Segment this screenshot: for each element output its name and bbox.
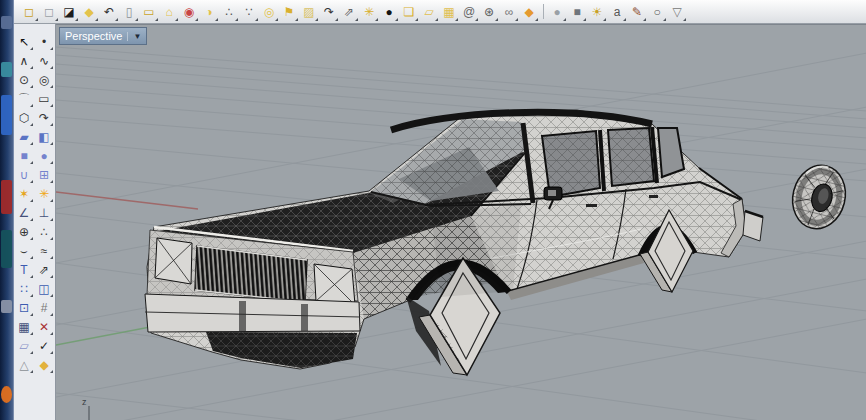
sidebar-tool-icon: ⊥ <box>39 207 49 219</box>
named-view-icon[interactable]: ▭ <box>139 2 159 22</box>
viewport-dropdown-caret[interactable]: ▼ <box>127 32 141 41</box>
move-icon[interactable]: T <box>14 260 34 279</box>
trim-icon[interactable]: ∠ <box>14 203 34 222</box>
scale-icon[interactable]: ✕ <box>34 317 54 336</box>
sphere-gray-icon[interactable]: ● <box>547 2 567 22</box>
sidebar-tool-icon: # <box>41 302 48 314</box>
viewport-canvas[interactable]: z <box>56 25 866 420</box>
car-mesh-model[interactable] <box>145 110 763 375</box>
spare-tire-torus[interactable] <box>786 160 852 235</box>
freeform-curve-icon[interactable]: ↷ <box>34 108 54 127</box>
ellipse-icon[interactable]: ◎ <box>34 70 54 89</box>
spray-can-icon[interactable]: ▯ <box>119 2 139 22</box>
toolbar-button-icon: ✎ <box>632 6 642 18</box>
arc-icon[interactable]: ⌒ <box>14 89 34 108</box>
bg-window-icon-slate[interactable] <box>1 16 12 29</box>
check-selection-icon[interactable]: ✓ <box>34 336 54 355</box>
circle-icon[interactable]: ⊙ <box>14 70 34 89</box>
gold-surface-icon[interactable]: ◆ <box>34 355 54 374</box>
paintbrush-icon[interactable]: ✎ <box>627 2 647 22</box>
paired-circles-icon[interactable]: ◎ <box>259 2 279 22</box>
edit-box-icon[interactable]: ◆ <box>79 2 99 22</box>
cone-icon[interactable]: △ <box>14 355 34 374</box>
sidebar-tool-icon: ✕ <box>39 321 49 333</box>
text-style-icon[interactable]: a <box>607 2 627 22</box>
mesh-table-icon[interactable]: ▦ <box>439 2 459 22</box>
sidebar-tool-icon: ⇗ <box>39 264 49 276</box>
surface-box-icon[interactable]: ⊞ <box>34 165 54 184</box>
polygon-icon[interactable]: ⬡ <box>14 108 34 127</box>
bg-window-icon-teal[interactable] <box>1 62 12 77</box>
hatch-icon[interactable]: ▨ <box>299 2 319 22</box>
layer-icon[interactable]: ◪ <box>59 2 79 22</box>
toolbar-button-icon: ▯ <box>126 6 133 18</box>
bg-window-icon-blue[interactable] <box>1 95 12 135</box>
cone-flag-icon[interactable]: ⚑ <box>279 2 299 22</box>
sidebar-tool-icon: ∴ <box>40 226 48 238</box>
bg-window-icon-darkteal[interactable] <box>1 230 12 268</box>
polyhedron-icon[interactable]: ⌂ <box>159 2 179 22</box>
array-icon[interactable]: ∷ <box>14 279 34 298</box>
viewport-title-tab[interactable]: Perspective ▼ <box>59 27 147 45</box>
curve-arrow-icon[interactable]: ↷ <box>319 2 339 22</box>
open-box-icon[interactable]: ❏ <box>399 2 419 22</box>
box-icon[interactable]: ■ <box>14 146 34 165</box>
x-axis-line <box>56 192 198 209</box>
fillet-star-icon[interactable]: ✶ <box>14 184 34 203</box>
orient-icon[interactable]: ⊡ <box>14 298 34 317</box>
color-wheel-icon[interactable]: ◉ <box>179 2 199 22</box>
bg-window-icon-orange[interactable] <box>1 386 12 403</box>
undo-icon[interactable]: ↶ <box>99 2 119 22</box>
surface-corner-icon[interactable]: ◧ <box>34 127 54 146</box>
sphere-icon[interactable]: ● <box>34 146 54 165</box>
sidebar-tool-icon: ▱ <box>19 340 28 352</box>
pointer-arrow-icon[interactable]: ↖ <box>14 32 34 51</box>
spiral-icon[interactable]: @ <box>459 2 479 22</box>
bg-window-icon-red[interactable] <box>1 180 12 214</box>
surface-patch-icon[interactable]: ▰ <box>14 127 34 146</box>
film-reel-icon[interactable]: ⊛ <box>479 2 499 22</box>
edit-block-icon[interactable]: ▱ <box>14 336 34 355</box>
select-filter-icon[interactable]: ◻ <box>39 2 59 22</box>
plane-icon[interactable]: ▱ <box>419 2 439 22</box>
boolean-union-icon[interactable]: ⊕ <box>14 222 34 241</box>
explode-icon[interactable]: ✳ <box>34 184 54 203</box>
blend-curves-icon[interactable]: ≈ <box>34 241 54 260</box>
block-grid-icon[interactable]: ▦ <box>14 317 34 336</box>
sidebar-tool-icon: ✓ <box>39 340 49 352</box>
car-lower-valance <box>206 332 357 368</box>
toolbar-button-icon: ○ <box>653 6 660 18</box>
move-copy-icon[interactable]: ⇗ <box>339 2 359 22</box>
toolbar-button-icon: ∞ <box>505 6 514 18</box>
filter-funnel-icon[interactable]: ▽ <box>667 2 687 22</box>
chain-link-icon[interactable]: ∞ <box>499 2 519 22</box>
sphere-dark-icon[interactable]: ● <box>379 2 399 22</box>
toolbar-button-icon: ↶ <box>104 6 114 18</box>
copy-icon[interactable]: ⇗ <box>34 260 54 279</box>
fan-icon[interactable]: ☀ <box>587 2 607 22</box>
rectangle-icon[interactable]: ▭ <box>34 89 54 108</box>
boolean-difference-icon[interactable]: ∴ <box>34 222 54 241</box>
toolbar-button-icon: ◉ <box>184 6 194 18</box>
mirror-icon[interactable]: ◫ <box>34 279 54 298</box>
box-gray-icon[interactable]: ■ <box>567 2 587 22</box>
blob-set-icon[interactable]: ✳ <box>359 2 379 22</box>
magnifier-icon[interactable]: ○ <box>647 2 667 22</box>
polyline-icon[interactable]: ∧ <box>14 51 34 70</box>
perspective-viewport[interactable]: Perspective ▼ <box>56 24 866 420</box>
shaded-mode-icon[interactable]: ◑ <box>199 2 219 22</box>
point-grid-icon[interactable]: ∵ <box>239 2 259 22</box>
control-curve-icon[interactable]: ∿ <box>34 51 54 70</box>
z-axis-indicator: z <box>82 397 89 420</box>
point-cloud-icon[interactable]: ∴ <box>219 2 239 22</box>
revolve-icon[interactable]: ∪ <box>14 165 34 184</box>
bg-window-icon-gray[interactable] <box>1 300 12 313</box>
background-window-strip[interactable] <box>0 0 14 420</box>
sidebar-tool-icon: ↖ <box>19 36 29 48</box>
surface-points-icon[interactable]: # <box>34 298 54 317</box>
diamond-face-icon[interactable]: ◆ <box>519 2 539 22</box>
split-icon[interactable]: ⊥ <box>34 203 54 222</box>
select-objects-icon[interactable]: ◻ <box>19 2 39 22</box>
fillet-curves-icon[interactable]: ⌣ <box>14 241 34 260</box>
point-icon[interactable]: • <box>34 32 54 51</box>
